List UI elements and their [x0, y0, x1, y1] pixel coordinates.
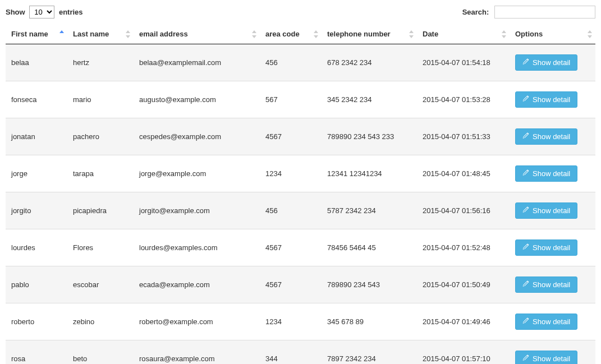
- search-label: Search:: [462, 8, 595, 16]
- show-detail-button[interactable]: Show detail: [515, 277, 577, 293]
- cell-date: 2015-04-07 01:56:16: [417, 192, 510, 229]
- table-row: jonatanpacherocespedes@example.com456778…: [6, 118, 595, 155]
- table-row: jorgitopicapiedrajorgito@example.com4565…: [6, 192, 595, 229]
- column-header-email[interactable]: email address: [134, 24, 260, 44]
- data-table: First name Last name email address area …: [6, 24, 595, 364]
- cell-options: Show detail: [510, 155, 595, 192]
- table-row: pabloescobarecada@example.com4567789890 …: [6, 266, 595, 303]
- show-detail-button[interactable]: Show detail: [515, 314, 577, 330]
- column-header-last-name[interactable]: Last name: [67, 24, 134, 44]
- search-control: Search:: [462, 6, 595, 19]
- cell-area-code: 456: [260, 192, 322, 229]
- cell-first-name: belaa: [6, 44, 67, 81]
- cell-email: cespedes@example.com: [134, 118, 260, 155]
- edit-icon: [522, 317, 529, 326]
- show-detail-label: Show detail: [533, 317, 570, 326]
- search-input[interactable]: [494, 6, 595, 19]
- show-detail-label: Show detail: [533, 354, 570, 363]
- cell-email: lourdes@examples.com: [134, 229, 260, 266]
- cell-first-name: jorge: [6, 155, 67, 192]
- cell-options: Show detail: [510, 266, 595, 303]
- table-controls-top: Show 10 entries Search:: [6, 6, 595, 19]
- cell-telephone: 12341 12341234: [322, 155, 417, 192]
- length-show-text: Show: [6, 8, 25, 16]
- cell-last-name: zebino: [67, 303, 134, 340]
- cell-options: Show detail: [510, 340, 595, 365]
- cell-options: Show detail: [510, 44, 595, 81]
- cell-last-name: hertz: [67, 44, 134, 81]
- column-header-telephone[interactable]: telephone number: [322, 24, 417, 44]
- table-body: belaahertzbelaa@examplemail.com456678 23…: [6, 44, 595, 365]
- edit-icon: [522, 169, 529, 178]
- edit-icon: [522, 132, 529, 141]
- show-detail-button[interactable]: Show detail: [515, 351, 577, 364]
- cell-options: Show detail: [510, 81, 595, 118]
- cell-last-name: beto: [67, 340, 134, 365]
- length-label: Show 10 entries: [6, 8, 83, 16]
- table-row: fonsecamarioaugusto@example.com567345 23…: [6, 81, 595, 118]
- length-select[interactable]: 10: [29, 6, 54, 19]
- table-row: rosabetorosaura@example.com3447897 2342 …: [6, 340, 595, 365]
- length-control: Show 10 entries: [6, 6, 83, 19]
- show-detail-label: Show detail: [533, 280, 570, 289]
- cell-telephone: 5787 2342 234: [322, 192, 417, 229]
- table-row: jorgetarapajorge@example.com123412341 12…: [6, 155, 595, 192]
- length-entries-text: entries: [59, 8, 83, 16]
- cell-first-name: pablo: [6, 266, 67, 303]
- cell-email: augusto@example.com: [134, 81, 260, 118]
- table-row: robertozebinoroberto@example.com1234345 …: [6, 303, 595, 340]
- table-row: belaahertzbelaa@examplemail.com456678 23…: [6, 44, 595, 81]
- show-detail-button[interactable]: Show detail: [515, 165, 577, 182]
- column-header-date[interactable]: Date: [417, 24, 510, 44]
- cell-telephone: 7897 2342 234: [322, 340, 417, 365]
- table-head: First name Last name email address area …: [6, 24, 595, 44]
- column-header-area-code[interactable]: area code: [260, 24, 322, 44]
- cell-last-name: Flores: [67, 229, 134, 266]
- show-detail-button[interactable]: Show detail: [515, 91, 577, 108]
- edit-icon: [522, 206, 529, 215]
- cell-last-name: tarapa: [67, 155, 134, 192]
- cell-last-name: picapiedra: [67, 192, 134, 229]
- show-detail-button[interactable]: Show detail: [515, 202, 577, 219]
- cell-date: 2015-04-07 01:57:10: [417, 340, 510, 365]
- show-detail-button[interactable]: Show detail: [515, 128, 577, 145]
- cell-options: Show detail: [510, 192, 595, 229]
- cell-options: Show detail: [510, 118, 595, 155]
- cell-area-code: 4567: [260, 229, 322, 266]
- cell-date: 2015-04-07 01:48:45: [417, 155, 510, 192]
- sort-icon: [314, 30, 319, 38]
- cell-telephone: 789890 234 543 233: [322, 118, 417, 155]
- cell-date: 2015-04-07 01:51:33: [417, 118, 510, 155]
- cell-options: Show detail: [510, 303, 595, 340]
- cell-first-name: lourdes: [6, 229, 67, 266]
- show-detail-button[interactable]: Show detail: [515, 54, 577, 71]
- cell-area-code: 4567: [260, 266, 322, 303]
- cell-email: roberto@example.com: [134, 303, 260, 340]
- column-header-first-name[interactable]: First name: [6, 24, 67, 44]
- show-detail-button[interactable]: Show detail: [515, 239, 577, 256]
- cell-telephone: 789890 234 543: [322, 266, 417, 303]
- edit-icon: [522, 354, 529, 363]
- cell-options: Show detail: [510, 229, 595, 266]
- table-row: lourdesFloreslourdes@examples.com4567784…: [6, 229, 595, 266]
- cell-date: 2015-04-07 01:52:48: [417, 229, 510, 266]
- cell-telephone: 345 678 89: [322, 303, 417, 340]
- cell-date: 2015-04-07 01:54:18: [417, 44, 510, 81]
- edit-icon: [522, 58, 529, 67]
- cell-first-name: jorgito: [6, 192, 67, 229]
- sort-icon: [126, 30, 131, 38]
- cell-area-code: 456: [260, 44, 322, 81]
- cell-email: belaa@examplemail.com: [134, 44, 260, 81]
- cell-last-name: escobar: [67, 266, 134, 303]
- cell-last-name: pachero: [67, 118, 134, 155]
- cell-date: 2015-04-07 01:53:28: [417, 81, 510, 118]
- cell-first-name: jonatan: [6, 118, 67, 155]
- cell-first-name: rosa: [6, 340, 67, 365]
- cell-area-code: 1234: [260, 303, 322, 340]
- column-header-options[interactable]: Options: [510, 24, 595, 44]
- show-detail-label: Show detail: [533, 243, 570, 252]
- cell-telephone: 78456 5464 45: [322, 229, 417, 266]
- sort-icon: [502, 30, 507, 38]
- cell-email: jorge@example.com: [134, 155, 260, 192]
- edit-icon: [522, 95, 529, 104]
